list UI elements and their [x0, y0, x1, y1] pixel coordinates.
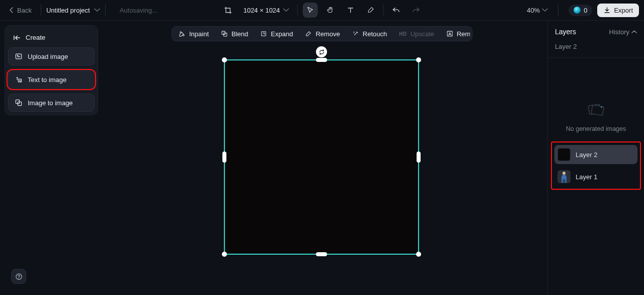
collapse-left-icon[interactable] [13, 35, 21, 41]
layer-label: Layer 2 [576, 151, 597, 159]
remove-button[interactable]: Remove [299, 28, 345, 40]
text-to-image-button[interactable]: Text to image [8, 70, 95, 89]
canvas-selection[interactable] [224, 59, 419, 255]
image-to-image-button[interactable]: Image to image [8, 94, 95, 112]
export-label: Export [614, 7, 633, 14]
upload-image-button[interactable]: Upload image [8, 47, 95, 65]
svg-rect-14 [563, 179, 564, 183]
left-panel: Create Upload image Text to image Image … [5, 25, 98, 115]
separator [383, 5, 383, 16]
svg-rect-15 [565, 179, 566, 183]
create-header: Create [8, 29, 95, 47]
action-bar: Inpaint Blend Expand Remove Retouch HD U… [172, 26, 472, 41]
remove-background-button[interactable]: Remove back… [441, 28, 470, 40]
upload-icon [15, 52, 23, 60]
retouch-button[interactable]: Retouch [347, 28, 392, 40]
back-button[interactable]: Back [5, 5, 36, 16]
expand-label: Expand [271, 30, 293, 38]
canvas-content [226, 61, 417, 253]
canvas-size-selector[interactable]: 1024 × 1024 [240, 7, 292, 14]
redo-button[interactable] [409, 3, 424, 18]
help-button[interactable] [11, 269, 26, 284]
credits-pill[interactable]: 0 [569, 5, 592, 16]
layer-row-1[interactable]: Layer 1 [554, 167, 637, 186]
resize-handle-br[interactable] [416, 252, 421, 257]
history-toggle[interactable]: History [609, 28, 637, 36]
history-label: History [609, 28, 629, 36]
separator [558, 5, 558, 16]
remove-bg-label: Remove back… [457, 30, 470, 38]
project-title-text: Untitled project [46, 7, 90, 14]
download-icon [603, 7, 611, 14]
blend-label: Blend [231, 30, 248, 38]
blend-button[interactable]: Blend [215, 28, 254, 40]
chevron-down-icon [94, 8, 100, 12]
zoom-value: 40% [527, 7, 540, 14]
resize-handle-tr[interactable] [416, 57, 421, 62]
resize-handle-left[interactable] [222, 152, 226, 163]
regenerate-button[interactable] [316, 46, 327, 57]
svg-point-13 [562, 172, 566, 175]
selected-layer-name: Layer 2 [548, 40, 644, 58]
person-thumbnail-icon [559, 171, 569, 183]
separator [297, 5, 297, 16]
resize-handle-tl[interactable] [222, 57, 227, 62]
project-title[interactable]: Untitled project [46, 7, 100, 14]
text-to-image-icon [15, 76, 23, 84]
text-icon [346, 6, 354, 14]
text-tool[interactable] [343, 3, 358, 18]
chevron-up-icon [631, 30, 637, 34]
right-panel: Layers History Layer 2 No generated imag… [547, 21, 644, 295]
layers-header: Layers History [548, 21, 644, 40]
undo-button[interactable] [388, 3, 404, 18]
eraser-icon [305, 30, 312, 37]
resize-handle-bottom[interactable] [316, 252, 327, 256]
credit-coin-icon [574, 7, 581, 14]
generations-empty: No generated images [548, 58, 644, 139]
expand-button[interactable]: Expand [255, 28, 298, 40]
resize-handle-top[interactable] [316, 58, 327, 62]
resize-handle-bl[interactable] [222, 252, 227, 257]
i2i-label: Image to image [28, 99, 73, 107]
export-button[interactable]: Export [597, 4, 639, 17]
crop-icon [223, 6, 232, 15]
inpaint-button[interactable]: Inpaint [173, 28, 214, 40]
topbar-center: 1024 × 1024 [220, 3, 424, 18]
hand-tool[interactable] [323, 3, 338, 18]
t2i-label: Text to image [28, 76, 66, 84]
select-tool[interactable] [302, 3, 317, 18]
layer-row-2[interactable]: Layer 2 [554, 145, 637, 164]
credits-value: 0 [584, 7, 587, 14]
zoom-selector[interactable]: 40% [527, 7, 548, 14]
brush-tool[interactable] [363, 3, 378, 18]
layer-thumbnail [557, 148, 571, 161]
topbar: Back Untitled project Autosaving... 1024… [0, 0, 644, 21]
expand-icon [260, 30, 267, 37]
svg-point-4 [449, 33, 450, 34]
chevron-left-icon [9, 7, 14, 13]
svg-rect-2 [262, 32, 266, 36]
remove-label: Remove [315, 30, 340, 38]
layer-thumbnail [557, 170, 571, 183]
retouch-icon [352, 30, 359, 37]
brush-icon [366, 6, 374, 14]
canvas-size-text: 1024 × 1024 [244, 7, 280, 14]
remove-bg-icon [446, 30, 453, 37]
empty-message: No generated images [566, 125, 626, 132]
chevron-down-icon [283, 8, 289, 12]
upscale-label: Upscale [411, 30, 434, 38]
create-title: Create [26, 34, 45, 41]
inpaint-icon [179, 30, 186, 37]
help-icon [15, 273, 23, 280]
topbar-left: Back Untitled project Autosaving... [5, 5, 157, 16]
undo-icon [392, 7, 400, 14]
upscale-button[interactable]: HD Upscale [393, 28, 439, 40]
fit-canvas-button[interactable] [220, 3, 235, 18]
redo-icon [412, 7, 421, 14]
layers-list-highlight: Layer 2 Layer 1 [551, 141, 641, 190]
retouch-label: Retouch [363, 30, 387, 38]
images-stack-icon [586, 101, 607, 118]
resize-handle-right[interactable] [417, 152, 421, 163]
blend-icon [221, 30, 228, 37]
separator [41, 5, 41, 16]
